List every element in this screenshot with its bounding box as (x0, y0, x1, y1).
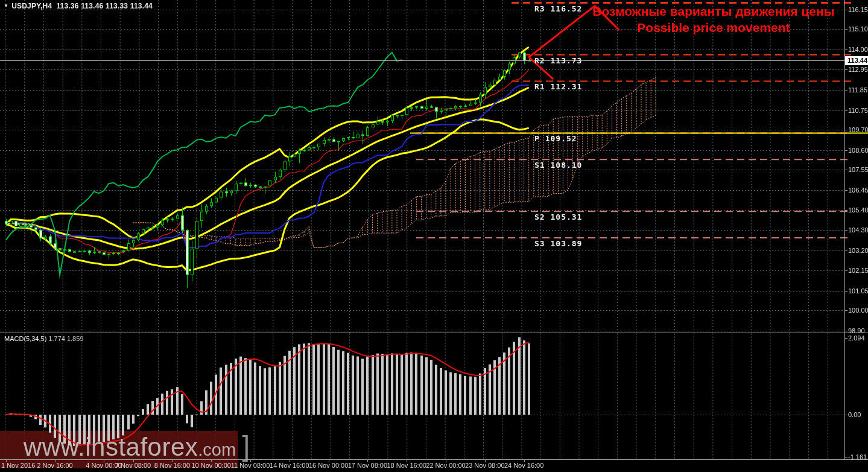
macd-tick-label: 0.00 (848, 411, 861, 418)
pivot-level-label: R3 116.52 (534, 4, 582, 13)
price-tick-label: 98.90 (848, 327, 865, 334)
price-tick-label: 108.60 (848, 147, 868, 154)
macd-name: MACD(5,34,5) (4, 335, 46, 342)
pivot-level-label: S2 105.31 (534, 212, 582, 222)
pivot-level-label: R1 112.31 (534, 82, 582, 91)
price-tick-label: 103.20 (848, 247, 868, 254)
annotation-line-en: Possible price movement (578, 19, 849, 36)
current-price-badge: 113.44 (845, 56, 868, 65)
pivot-level-label: S1 108.10 (534, 161, 582, 170)
symbol-dropdown-icon[interactable]: ▼ (4, 3, 8, 8)
price-tick-label: 100.00 (848, 307, 868, 314)
time-tick-label: 1 Nov 2016 (1, 462, 35, 469)
chart-ohlc-values: 113.36 113.46 113.33 113.44 (56, 2, 153, 10)
price-tick-label: 107.55 (848, 166, 868, 173)
time-tick-label: 24 Nov 16:00 (500, 462, 548, 469)
chart-title: ▼USDJPY,H4 113.36 113.46 113.33 113.44 (4, 2, 153, 10)
price-tick-label: 114.00 (848, 46, 868, 53)
macd-indicator-label: MACD(5,34,5) 1.774 1.859 (4, 335, 83, 342)
chart-symbol-timeframe: USDJPY,H4 (11, 2, 52, 10)
price-tick-label: 111.85 (848, 86, 867, 94)
pivot-level-label: S3 103.89 (534, 239, 582, 248)
annotation-line-ru: Возможные варианты движения цены (578, 3, 849, 19)
price-tick-label: 115.10 (848, 25, 868, 33)
price-tick-label: 101.05 (848, 287, 868, 295)
macd-tick-label: -1.161 (848, 453, 867, 461)
price-tick-label: 105.40 (848, 206, 868, 214)
price-tick-label: 116.15 (848, 6, 868, 13)
macd-values: 1.774 1.859 (48, 335, 83, 342)
price-tick-label: 106.45 (848, 187, 868, 194)
price-tick-label: 104.30 (848, 226, 868, 234)
time-tick-label: 2 Nov 16:00 (31, 462, 79, 469)
pivot-level-label: P 109.52 (534, 134, 577, 143)
price-tick-label: 110.75 (848, 107, 868, 114)
macd-tick-label: 2.094 (848, 334, 865, 342)
analyst-annotation: Возможные варианты движения цены Possibl… (578, 3, 849, 36)
pivot-level-label: R2 113.73 (534, 56, 582, 65)
price-tick-label: 112.95 (848, 66, 868, 73)
price-tick-label: 109.70 (848, 126, 868, 133)
price-tick-label: 102.15 (848, 267, 868, 274)
chart-canvas[interactable] (0, 0, 868, 472)
mt4-chart-window: ▼USDJPY,H4 113.36 113.46 113.33 113.44 В… (0, 0, 868, 472)
